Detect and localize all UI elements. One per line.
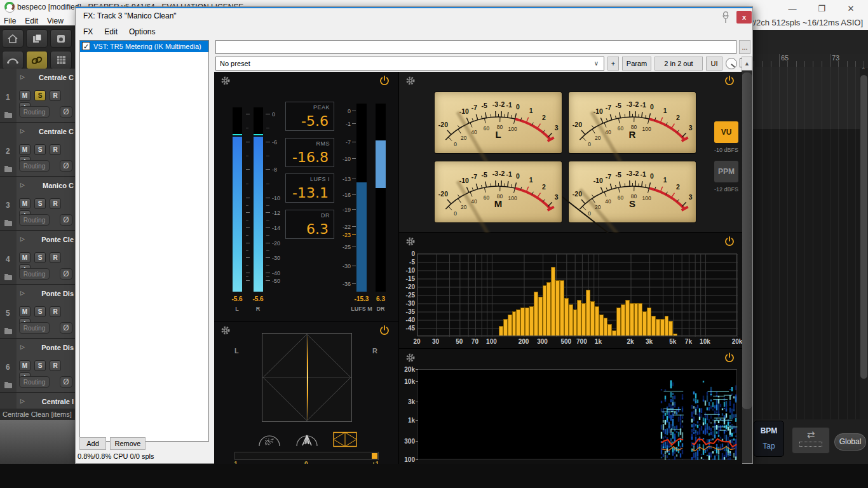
phase-button[interactable]: Ø — [60, 214, 72, 226]
track-row[interactable]: 1▷Centrale CMSRIRoutingØ — [0, 69, 75, 123]
minimize-button[interactable]: — — [778, 0, 806, 18]
track-row[interactable]: 7▷Centrale IMSRIRoutingØ — [0, 393, 75, 409]
track-row[interactable]: 6▷Ponte DisMSRIRoutingØ — [0, 339, 75, 393]
track-m-button[interactable]: M — [19, 360, 31, 371]
preset-dropdown[interactable]: No preset ∨ — [215, 57, 604, 71]
ppm-mode-button[interactable]: PPM — [714, 161, 738, 182]
phase-button[interactable]: Ø — [60, 376, 72, 388]
fx-more-button[interactable]: ... — [739, 40, 750, 54]
track-m-button[interactable]: M — [19, 198, 31, 209]
gear-icon[interactable] — [405, 353, 416, 363]
track-r-button[interactable]: R — [50, 306, 61, 317]
fx-enable-checkbox[interactable]: ✓ — [82, 42, 90, 50]
gear-icon[interactable] — [220, 76, 231, 86]
gear-icon[interactable] — [405, 76, 416, 86]
track-row[interactable]: 2▷Centrale CMSRIRoutingØ — [0, 123, 75, 177]
gonio-mode-rays[interactable] — [295, 431, 319, 447]
documents-icon — [32, 34, 42, 43]
fx-scroll-up-button[interactable]: ▲ — [742, 57, 752, 71]
track-m-button[interactable]: M — [19, 144, 31, 155]
spectrum-bar — [551, 267, 555, 336]
grid-snap-button[interactable] — [50, 51, 72, 69]
preset-add-button[interactable]: + — [607, 57, 619, 71]
gear-icon[interactable] — [220, 325, 231, 336]
copy-button[interactable] — [26, 29, 48, 48]
track-r-button[interactable]: R — [50, 144, 61, 155]
ui-toggle-button[interactable]: UI — [706, 57, 722, 71]
meter-label-left: L — [228, 306, 246, 312]
maximize-button[interactable]: ❐ — [808, 0, 836, 18]
power-icon[interactable] — [724, 76, 735, 86]
arrange-scrollbar-thumb[interactable] — [860, 75, 867, 379]
fx-comment-input[interactable] — [215, 40, 736, 54]
fx-close-button[interactable]: x — [736, 11, 752, 24]
grid-line — [762, 129, 763, 419]
global-button[interactable]: Global — [834, 433, 866, 451]
power-icon[interactable] — [724, 353, 735, 363]
wet-dry-knob[interactable] — [726, 58, 737, 69]
menu-item-file[interactable]: File — [4, 17, 16, 25]
scroll-up-icon[interactable]: ⌃ — [861, 67, 866, 73]
gonio-mode-diamond[interactable] — [333, 431, 357, 447]
gonio-mode-dots[interactable] — [257, 431, 281, 447]
routing-button[interactable]: Routing — [19, 106, 50, 118]
routing-button[interactable]: Routing — [19, 160, 50, 172]
power-icon[interactable] — [379, 325, 390, 336]
track-s-button[interactable]: S — [34, 144, 46, 155]
fx-menu-item-fx[interactable]: FX — [83, 27, 93, 36]
fx-list-item-selected[interactable]: ✓ VST: TR5 Metering (IK Multimedia) — [80, 41, 208, 52]
routing-button[interactable]: Routing — [19, 376, 50, 388]
svg-text:-5: -5 — [482, 171, 487, 179]
pin-icon[interactable] — [720, 11, 731, 24]
readout-value: -5.6 — [301, 113, 329, 129]
param-button[interactable]: Param — [622, 57, 651, 71]
tap-label[interactable]: Tap — [754, 442, 783, 451]
power-icon[interactable] — [724, 236, 735, 247]
track-s-button[interactable]: S — [34, 360, 46, 371]
routing-button[interactable]: Routing — [19, 322, 50, 334]
track-r-button[interactable]: R — [50, 252, 61, 263]
track-m-button[interactable]: M — [19, 306, 31, 317]
routing-button[interactable]: Routing — [19, 268, 50, 280]
timeline-ruler[interactable]: 6573 — [753, 54, 868, 67]
fx-menu-item-options[interactable]: Options — [129, 27, 155, 36]
fx-menu-item-edit[interactable]: Edit — [104, 27, 118, 36]
desktop: bespeco [modified] - REAPER v5.941/64 - … — [0, 0, 868, 488]
track-s-button[interactable]: S — [34, 306, 46, 317]
home-button[interactable] — [2, 29, 24, 48]
track-s-button[interactable]: S — [34, 90, 46, 101]
track-s-button[interactable]: S — [34, 252, 46, 263]
track-row[interactable]: 5▷Ponte DisMSRIRoutingØ — [0, 285, 75, 339]
envelope-button[interactable] — [2, 51, 24, 69]
track-row[interactable]: 3▷Manico CMSRIRoutingØ — [0, 177, 75, 231]
sync-button[interactable]: ⇄ — [792, 427, 830, 454]
phase-button[interactable]: Ø — [60, 268, 72, 280]
phase-button[interactable]: Ø — [60, 160, 72, 172]
remove-fx-button[interactable]: Remove — [110, 437, 146, 450]
add-fx-button[interactable]: Add — [79, 437, 106, 450]
track-s-button[interactable]: S — [34, 198, 46, 209]
gear-icon[interactable] — [405, 236, 416, 247]
vu-mode-button[interactable]: VU — [714, 121, 738, 143]
track-row[interactable]: 4▷Ponte CleMSRIRoutingØ — [0, 231, 75, 285]
save-button[interactable] — [50, 29, 72, 48]
track-r-button[interactable]: R — [50, 198, 61, 209]
fx-plugin-list[interactable]: ✓ VST: TR5 Metering (IK Multimedia) — [79, 40, 209, 442]
track-m-button[interactable]: M — [19, 90, 31, 101]
phase-button[interactable]: Ø — [60, 322, 72, 334]
svg-text:1: 1 — [663, 107, 667, 114]
item-grouping-button[interactable] — [26, 51, 48, 69]
routing-button[interactable]: Routing — [19, 214, 50, 226]
power-icon[interactable] — [379, 76, 390, 86]
bpm-tap-control[interactable]: BPM Tap — [754, 421, 784, 457]
close-button[interactable]: ✕ — [837, 0, 865, 18]
phase-button[interactable]: Ø — [60, 106, 72, 118]
menu-item-view[interactable]: View — [47, 17, 64, 25]
io-routing-button[interactable]: 2 in 2 out — [654, 57, 703, 71]
track-m-button[interactable]: M — [19, 252, 31, 263]
fx-scrollbar-thumb[interactable] — [742, 72, 752, 409]
track-r-button[interactable]: R — [50, 90, 61, 101]
track-r-button[interactable]: R — [50, 360, 61, 371]
lufs-scale-tick — [352, 179, 356, 179]
menu-item-edit[interactable]: Edit — [25, 17, 38, 25]
